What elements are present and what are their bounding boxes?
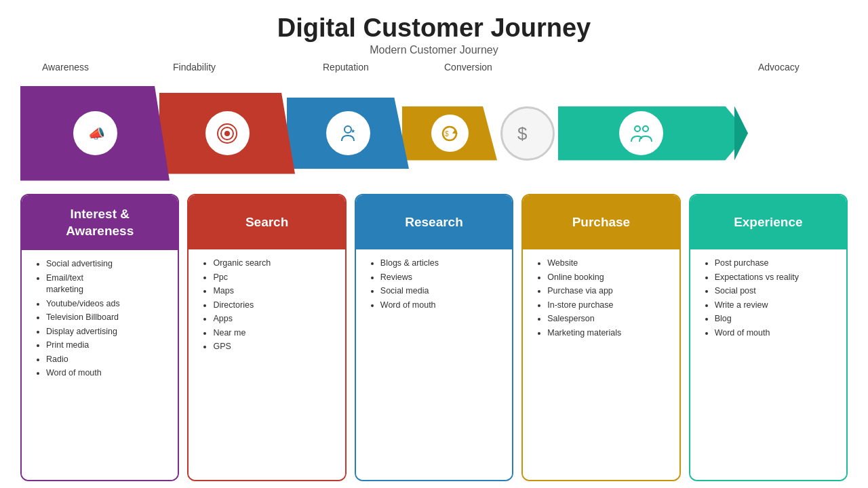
research-list: Blogs & articles Reviews Social media Wo… (367, 258, 501, 311)
interest-list: Social advertising Email/textmarketing Y… (33, 258, 167, 380)
stage-dollar: $ (500, 106, 555, 161)
list-item: Word of mouth (715, 327, 835, 340)
purchase-list: Website Online booking Purchase via app … (534, 258, 668, 339)
list-item: Directories (213, 300, 334, 312)
card-title-interest: Interest &Awareness (66, 206, 134, 239)
label-reputation: Reputation (323, 62, 369, 73)
funnel-shapes: 📣 (20, 81, 848, 186)
list-item: Apps (213, 313, 334, 325)
list-item: Ppc (213, 272, 334, 284)
stage-advocacy-wrapper (558, 106, 748, 161)
svg-text:$: $ (445, 130, 449, 138)
search-list: Organic search Ppc Maps Directories Apps… (199, 258, 334, 353)
conversion-icon: $ (431, 115, 469, 152)
stage-reputation: ★ (287, 98, 409, 169)
svg-text:★: ★ (351, 128, 355, 134)
cards-section: Interest &Awareness Social advertising E… (20, 194, 848, 481)
card-header-interest: Interest &Awareness (22, 195, 178, 250)
card-purchase: Purchase Website Online booking Purchase… (521, 194, 680, 481)
list-item: Online booking (547, 272, 668, 284)
svg-point-5 (224, 131, 230, 136)
advocacy-tip (734, 106, 748, 161)
list-item: Blog (715, 313, 835, 325)
list-item: Blogs & articles (380, 258, 501, 270)
card-header-research: Research (356, 195, 512, 249)
list-item: Print media (46, 340, 167, 352)
list-item: Salesperson (547, 313, 668, 325)
card-body-interest: Social advertising Email/textmarketing Y… (22, 250, 178, 480)
awareness-icon: 📣 (73, 111, 117, 155)
card-body-search: Organic search Ppc Maps Directories Apps… (189, 249, 344, 480)
reputation-icon: ★ (326, 111, 370, 155)
list-item: Social post (715, 285, 835, 298)
list-item: Maps (213, 285, 334, 298)
list-item: Youtube/videos ads (46, 298, 167, 310)
card-title-search: Search (245, 214, 288, 231)
page-title: Digital Customer Journey (20, 14, 848, 43)
list-item: Reviews (380, 272, 501, 284)
card-experience: Experience Post purchase Expectations vs… (689, 194, 848, 481)
funnel-labels: Awareness Findability Reputation Convers… (20, 62, 848, 81)
list-item: Expectations vs reality (715, 272, 835, 284)
card-interest-awareness: Interest &Awareness Social advertising E… (20, 194, 179, 481)
experience-list: Post purchase Expectations vs reality So… (701, 258, 835, 339)
card-header-experience: Experience (690, 195, 846, 249)
card-title-research: Research (405, 214, 463, 231)
page-subtitle: Modern Customer Journey (20, 44, 848, 56)
list-item: Television Billboard (46, 312, 167, 324)
findability-icon (205, 111, 250, 155)
list-item: GPS (213, 341, 334, 353)
card-body-purchase: Website Online booking Purchase via app … (523, 249, 679, 480)
list-item: Email/textmarketing (46, 272, 167, 296)
stage-conversion: $ (402, 106, 497, 161)
card-body-experience: Post purchase Expectations vs reality So… (690, 249, 846, 480)
card-header-search: Search (189, 195, 344, 249)
stage-awareness: 📣 (20, 86, 170, 181)
label-advocacy: Advocacy (758, 62, 800, 73)
card-header-purchase: Purchase (523, 195, 679, 249)
funnel-section: Awareness Findability Reputation Convers… (20, 62, 848, 186)
stage-findability (159, 93, 295, 174)
card-title-purchase: Purchase (572, 214, 631, 231)
list-item: Organic search (213, 258, 334, 270)
card-search: Search Organic search Ppc Maps Directori… (187, 194, 346, 481)
label-awareness: Awareness (42, 62, 89, 73)
list-item: Word of mouth (46, 367, 167, 380)
list-item: Website (547, 258, 668, 270)
label-conversion: Conversion (444, 62, 492, 73)
list-item: In-store purchase (547, 300, 668, 312)
list-item: Radio (46, 354, 167, 366)
list-item: Social media (380, 285, 501, 298)
card-title-experience: Experience (734, 214, 802, 231)
list-item: Marketing materials (547, 327, 668, 340)
svg-text:📣: 📣 (88, 125, 105, 142)
list-item: Display advertising (46, 326, 167, 338)
card-body-research: Blogs & articles Reviews Social media Wo… (356, 249, 512, 480)
list-item: Post purchase (715, 258, 835, 270)
label-findability: Findability (173, 62, 216, 73)
svg-point-12 (635, 126, 640, 131)
advocacy-icon (619, 111, 663, 155)
list-item: Write a review (715, 300, 835, 312)
card-research: Research Blogs & articles Reviews Social… (355, 194, 513, 481)
svg-point-13 (643, 126, 648, 131)
list-item: Word of mouth (380, 300, 501, 312)
list-item: Purchase via app (547, 285, 668, 298)
svg-text:$: $ (517, 123, 528, 144)
list-item: Near me (213, 327, 334, 340)
list-item: Social advertising (46, 258, 167, 270)
page-wrapper: Digital Customer Journey Modern Customer… (0, 0, 868, 488)
